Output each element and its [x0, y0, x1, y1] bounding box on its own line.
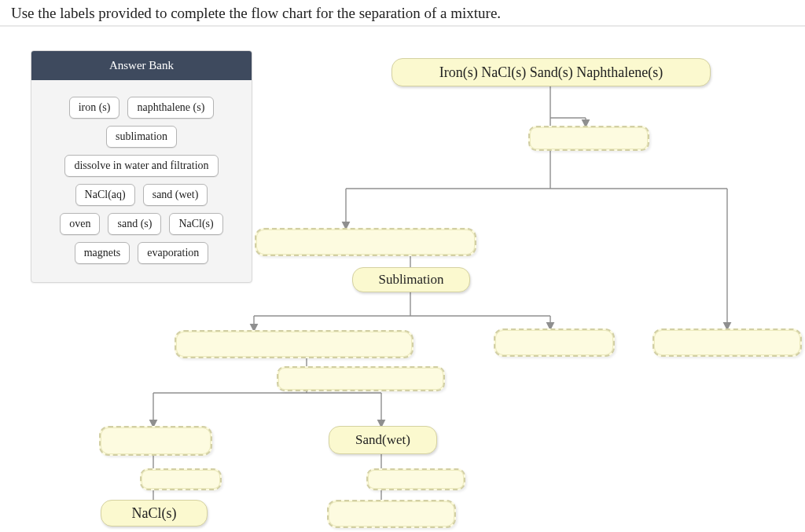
- node-sandwet: Sand(wet): [329, 426, 437, 454]
- slot-step1-process-label[interactable]: [528, 126, 649, 151]
- slot-step3-process-label[interactable]: [277, 366, 445, 391]
- chip-sand-wet[interactable]: sand (wet): [143, 184, 208, 206]
- chip-evaporation[interactable]: evaporation: [138, 242, 208, 264]
- chip-magnets[interactable]: magnets: [75, 242, 130, 264]
- slot-step3-right-process-label[interactable]: [366, 468, 465, 490]
- node-sublimation-label: Sublimation: [352, 267, 470, 292]
- chip-iron[interactable]: iron (s): [69, 97, 120, 119]
- answer-bank-body: iron (s)naphthalene (s) sublimation diss…: [31, 80, 252, 282]
- answer-bank-title: Answer Bank: [31, 51, 252, 80]
- slot-step2-left-product[interactable]: [175, 330, 414, 358]
- node-mixture-start: Iron(s) NaCl(s) Sand(s) Naphthalene(s): [391, 58, 711, 86]
- slot-step3-right-final-product[interactable]: [327, 500, 456, 528]
- answer-bank: Answer Bank iron (s)naphthalene (s) subl…: [31, 50, 252, 283]
- chip-dissolve-filtration[interactable]: dissolve in water and filtration: [64, 155, 218, 177]
- chip-oven[interactable]: oven: [60, 213, 100, 235]
- slot-step3-left-product[interactable]: [99, 426, 212, 456]
- chip-naphthalene[interactable]: naphthalene (s): [127, 97, 214, 119]
- slot-step1-right-product[interactable]: [652, 328, 802, 357]
- chip-sublimation[interactable]: sublimation: [106, 126, 177, 148]
- slot-step2-right-product[interactable]: [494, 328, 615, 357]
- node-nacls: NaCl(s): [101, 500, 208, 526]
- chip-nacl-aq[interactable]: NaCl(aq): [75, 184, 135, 206]
- chip-nacl-s[interactable]: NaCl(s): [169, 213, 222, 235]
- divider: [0, 25, 805, 27]
- slot-step3-left-process-label[interactable]: [140, 468, 222, 490]
- slot-step1-left-product[interactable]: [255, 228, 476, 256]
- chip-sand-s[interactable]: sand (s): [108, 213, 161, 235]
- instruction-text: Use the labels provided to complete the …: [11, 5, 501, 22]
